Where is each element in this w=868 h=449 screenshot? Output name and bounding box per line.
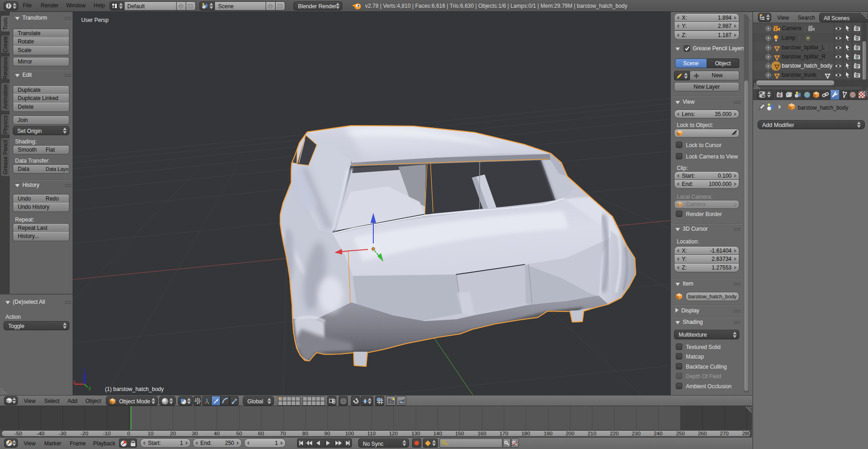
svg-text:x: x — [73, 379, 76, 385]
svg-text:z: z — [83, 367, 86, 373]
svg-text:y: y — [89, 385, 91, 391]
